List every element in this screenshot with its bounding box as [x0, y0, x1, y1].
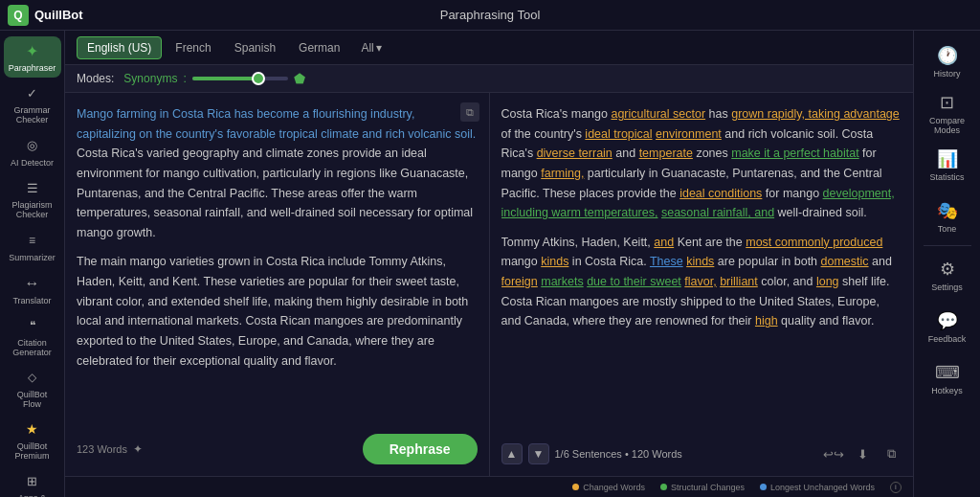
- logo[interactable]: Q QuillBot: [8, 5, 83, 26]
- sidebar-item-label: AI Detector: [11, 159, 54, 169]
- word-count: 123 Words: [77, 443, 127, 455]
- unchanged-label: Longest Unchanged Words: [770, 483, 875, 492]
- structural-word: markets: [541, 275, 583, 288]
- editor-area: ⧉ Mango farming in Costa Rica has become…: [65, 93, 913, 476]
- flow-icon: ◇: [22, 368, 43, 388]
- changed-word: long: [816, 275, 839, 288]
- logo-text: QuillBot: [34, 8, 83, 22]
- copy-paraphrase-icon[interactable]: ↩↪: [823, 443, 844, 464]
- rs-settings[interactable]: ⚙ Settings: [918, 250, 977, 300]
- hotkeys-icon: ⌨: [935, 362, 960, 383]
- summarizer-icon: ≡: [22, 230, 43, 251]
- highlighted-text: Mango farming in Costa Rica has become a…: [77, 107, 476, 141]
- slider-end-icon: ⬟: [294, 71, 305, 86]
- rs-label: Hotkeys: [931, 386, 963, 395]
- rs-compare[interactable]: ⊡ Compare Modes: [918, 88, 977, 138]
- changed-word: ideal tropical: [585, 127, 652, 141]
- tab-german[interactable]: German: [289, 37, 349, 58]
- rs-label: Settings: [931, 282, 963, 292]
- sidebar-item-label: Citation Generator: [8, 339, 57, 358]
- grammar-icon: ✓: [22, 83, 43, 103]
- unchanged-word: These: [650, 255, 683, 268]
- output-actions: ↩↪ ⬇ ⧉: [823, 443, 902, 464]
- tabs-bar: English (US) French Spanish German All ▾: [65, 31, 913, 65]
- sidebar-item-citation[interactable]: ❝ Citation Generator: [4, 312, 61, 362]
- input-footer: 123 Words ✦ Rephrase: [77, 434, 478, 464]
- translator-icon: ↔: [22, 273, 43, 294]
- nav-up-arrow[interactable]: ▲: [501, 443, 523, 464]
- sidebar-item-summarizer[interactable]: ≡ Summarizer: [4, 226, 61, 267]
- changed-word: grown rapidly, taking advantage: [731, 107, 900, 121]
- tab-spanish[interactable]: Spanish: [225, 37, 285, 58]
- changed-label: Changed Words: [583, 483, 645, 492]
- mode-synonyms-label: Synonyms: [123, 72, 177, 85]
- sidebar-item-label: QuillBot Premium: [8, 442, 57, 462]
- legend-info-icon[interactable]: i: [890, 482, 902, 493]
- tone-icon: 🎭: [937, 200, 958, 221]
- sidebar-item-plagiarism[interactable]: ☰ Plagiarism Checker: [4, 174, 61, 224]
- rs-label: Statistics: [929, 172, 964, 182]
- download-icon[interactable]: ⬇: [852, 443, 873, 464]
- page-title: Paraphrasing Tool: [440, 8, 541, 22]
- changed-word: ideal conditions: [679, 187, 762, 200]
- input-text[interactable]: Mango farming in Costa Rica has become a…: [77, 104, 478, 426]
- sidebar-item-apps[interactable]: ⊞ Apps & Extensions: [4, 467, 61, 497]
- changed-word: foreign: [501, 275, 538, 288]
- ai-detector-icon: ◎: [22, 135, 43, 156]
- rs-label: Feedback: [928, 334, 967, 344]
- changed-word: environment: [656, 127, 722, 141]
- clipboard-icon[interactable]: ⧉: [880, 443, 902, 464]
- output-nav: ▲ ▼ 1/6 Sentences • 120 Words: [501, 443, 682, 464]
- sidebar-item-label: Paraphraser: [9, 64, 56, 74]
- output-footer: ▲ ▼ 1/6 Sentences • 120 Words ↩↪ ⬇ ⧉: [501, 443, 902, 464]
- sidebar-item-paraphraser[interactable]: ✦ Paraphraser: [4, 36, 61, 78]
- changed-word: agricultural sector: [611, 107, 705, 121]
- sidebar-item-premium[interactable]: ★ QuillBot Premium: [4, 416, 61, 465]
- rs-history[interactable]: 🕐 History: [918, 36, 977, 86]
- top-bar: Q QuillBot Paraphrasing Tool: [0, 0, 980, 31]
- legend-changed: Changed Words: [572, 483, 645, 492]
- tab-french[interactable]: French: [166, 37, 220, 58]
- structural-word: make it a perfect habitat: [731, 147, 858, 160]
- left-sidebar: ✦ Paraphraser ✓ Grammar Checker ◎ AI Det…: [0, 31, 65, 497]
- changed-word: and: [654, 236, 674, 249]
- sidebar-item-translator[interactable]: ↔ Translator: [4, 269, 61, 310]
- rs-feedback[interactable]: 💬 Feedback: [918, 302, 977, 351]
- main-layout: ✦ Paraphraser ✓ Grammar Checker ◎ AI Det…: [0, 31, 980, 497]
- premium-icon: ★: [22, 419, 43, 440]
- mode-synonyms[interactable]: Synonyms : ⬟: [123, 71, 304, 86]
- enhance-icon[interactable]: ✦: [133, 442, 143, 456]
- rs-statistics[interactable]: 📊 Statistics: [918, 140, 977, 190]
- slider-fill: [192, 77, 255, 80]
- sidebar-item-ai-detector[interactable]: ◎ AI Detector: [4, 131, 61, 172]
- slider-thumb: [252, 72, 265, 85]
- changed-word: kinds: [686, 255, 714, 268]
- nav-down-arrow[interactable]: ▼: [528, 443, 549, 464]
- chevron-down-icon: ▾: [376, 41, 382, 55]
- output-text[interactable]: Costa Rica's mango agricultural sector h…: [501, 104, 902, 436]
- structural-word: due to their sweet: [587, 275, 681, 288]
- settings-icon: ⚙: [940, 259, 955, 280]
- rs-tone[interactable]: 🎭 Tone: [918, 192, 977, 241]
- changed-word: most commonly produced: [746, 236, 882, 249]
- logo-icon: Q: [8, 5, 29, 26]
- rs-hotkeys[interactable]: ⌨ Hotkeys: [918, 353, 977, 403]
- changed-word: flavor,: [684, 275, 716, 288]
- paraphraser-icon: ✦: [22, 40, 43, 61]
- changed-word: farming,: [541, 167, 584, 180]
- changed-word: temperate: [639, 147, 693, 160]
- tab-all[interactable]: All ▾: [353, 37, 389, 58]
- changed-word: diverse terrain: [537, 147, 612, 160]
- copy-input-button[interactable]: ⧉: [460, 102, 479, 122]
- synonyms-slider[interactable]: [192, 77, 288, 80]
- unchanged-dot: [760, 484, 767, 490]
- rs-label: History: [933, 69, 960, 79]
- tab-english-us[interactable]: English (US): [77, 36, 162, 59]
- statistics-icon: 📊: [937, 148, 958, 169]
- sidebar-item-label: Plagiarism Checker: [8, 201, 57, 220]
- feedback-icon: 💬: [937, 310, 958, 331]
- structural-word: seasonal rainfall, and: [661, 206, 774, 219]
- sidebar-item-grammar[interactable]: ✓ Grammar Checker: [4, 79, 61, 129]
- sidebar-item-flow[interactable]: ◇ QuillBot Flow: [4, 364, 61, 414]
- rephrase-button[interactable]: Rephrase: [363, 434, 478, 464]
